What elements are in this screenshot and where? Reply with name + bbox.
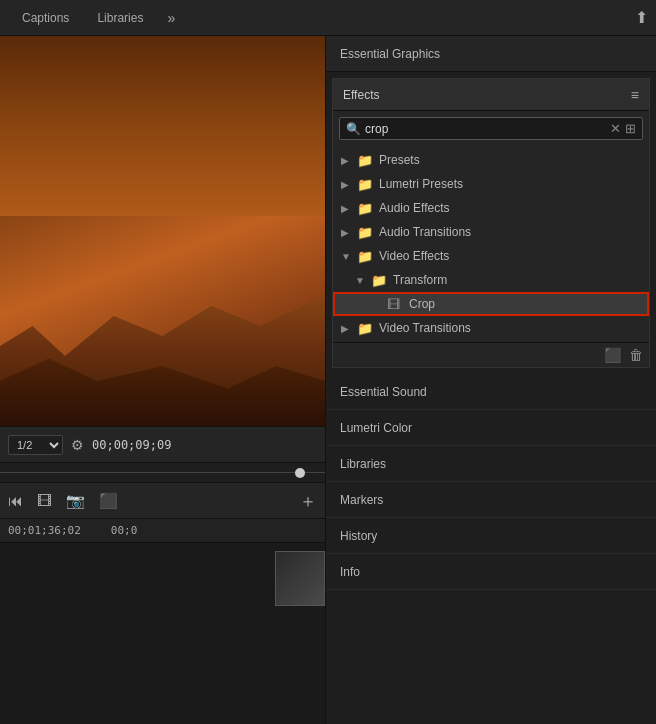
arrow-presets: ▶ bbox=[341, 155, 355, 166]
tree-item-presets[interactable]: ▶ 📁 Presets bbox=[333, 148, 649, 172]
main-area: 1/2 ⚙ 00;00;09;09 ⏮ 🎞 📷 ⬛ ＋ 00;01;36;02 … bbox=[0, 36, 656, 724]
timeline-timecode-start: 00;01;36;02 bbox=[8, 524, 81, 537]
top-tab-bar: Captions Libraries » ⬆ bbox=[0, 0, 656, 36]
arrow-audio-effects: ▶ bbox=[341, 203, 355, 214]
label-audio-transitions: Audio Transitions bbox=[379, 225, 641, 239]
panel-item-info[interactable]: Info bbox=[326, 554, 656, 590]
search-icon: 🔍 bbox=[346, 122, 361, 136]
scrubber-bar[interactable] bbox=[0, 462, 325, 482]
effects-panel: Effects ≡ 🔍 ✕ ⊞ ▶ 📁 Presets bbox=[332, 78, 650, 368]
effect-icon-crop: 🎞 bbox=[387, 297, 405, 312]
folder-icon-audio-transitions: 📁 bbox=[357, 225, 375, 240]
captions-tab[interactable]: Captions bbox=[8, 0, 83, 35]
libraries-tab[interactable]: Libraries bbox=[83, 0, 157, 35]
back-to-start-icon[interactable]: ⏮ bbox=[8, 492, 23, 509]
tree-item-video-effects[interactable]: ▼ 📁 Video Effects bbox=[333, 244, 649, 268]
folder-icon-video-transitions: 📁 bbox=[357, 321, 375, 336]
panel-item-markers[interactable]: Markers bbox=[326, 482, 656, 518]
search-clear-icon[interactable]: ✕ bbox=[610, 121, 621, 136]
in-out-icon[interactable]: ⬛ bbox=[99, 492, 118, 510]
effects-menu-icon[interactable]: ≡ bbox=[631, 87, 639, 103]
label-transform: Transform bbox=[393, 273, 641, 287]
timeline-clip bbox=[275, 551, 325, 606]
tree-item-audio-effects[interactable]: ▶ 📁 Audio Effects bbox=[333, 196, 649, 220]
essential-graphics-label: Essential Graphics bbox=[340, 47, 440, 61]
timeline-content bbox=[0, 543, 325, 724]
sky-gradient bbox=[0, 36, 325, 216]
new-bin-icon[interactable]: ⬛ bbox=[604, 347, 621, 363]
timeline-header: 00;01;36;02 00;0 bbox=[0, 519, 325, 543]
timeline-clip-inner bbox=[276, 552, 324, 605]
panel-item-lumetri-color[interactable]: Lumetri Color bbox=[326, 410, 656, 446]
timecode-select[interactable]: 1/2 bbox=[8, 435, 63, 455]
label-video-effects: Video Effects bbox=[379, 249, 641, 263]
tree-item-lumetri-presets[interactable]: ▶ 📁 Lumetri Presets bbox=[333, 172, 649, 196]
folder-icon-lumetri: 📁 bbox=[357, 177, 375, 192]
label-crop: Crop bbox=[409, 297, 639, 311]
scrubber-line bbox=[0, 472, 325, 473]
label-audio-effects: Audio Effects bbox=[379, 201, 641, 215]
folder-icon-presets: 📁 bbox=[357, 153, 375, 168]
controls-bar: 1/2 ⚙ 00;00;09;09 bbox=[0, 426, 325, 462]
search-bar: 🔍 ✕ ⊞ bbox=[339, 117, 643, 140]
timeline-tools: ⏮ 🎞 📷 ⬛ ＋ bbox=[0, 482, 325, 518]
scrubber-handle[interactable] bbox=[295, 468, 305, 478]
left-panel: 1/2 ⚙ 00;00;09;09 ⏮ 🎞 📷 ⬛ ＋ 00;01;36;02 … bbox=[0, 36, 325, 724]
arrow-lumetri: ▶ bbox=[341, 179, 355, 190]
tree-item-transform[interactable]: ▼ 📁 Transform bbox=[333, 268, 649, 292]
folder-icon-audio-effects: 📁 bbox=[357, 201, 375, 216]
effects-footer: ⬛ 🗑 bbox=[333, 342, 649, 367]
tree-item-audio-transitions[interactable]: ▶ 📁 Audio Transitions bbox=[333, 220, 649, 244]
panel-list: Essential Sound Lumetri Color Libraries … bbox=[326, 374, 656, 724]
right-panel: Essential Graphics Effects ≡ 🔍 ✕ ⊞ ▶ 📁 bbox=[325, 36, 656, 724]
panel-item-essential-sound[interactable]: Essential Sound bbox=[326, 374, 656, 410]
arrow-video-effects: ▼ bbox=[341, 251, 355, 262]
arrow-audio-transitions: ▶ bbox=[341, 227, 355, 238]
export-button[interactable]: ⬆ bbox=[635, 8, 648, 27]
wrench-icon[interactable]: ⚙ bbox=[71, 437, 84, 453]
timecode-display: 00;00;09;09 bbox=[92, 438, 171, 452]
effects-header: Effects ≡ bbox=[333, 79, 649, 111]
effects-search-input[interactable] bbox=[365, 122, 610, 136]
search-grid-icon[interactable]: ⊞ bbox=[625, 121, 636, 136]
add-icon[interactable]: ＋ bbox=[299, 489, 317, 513]
arrow-video-transitions: ▶ bbox=[341, 323, 355, 334]
arrow-transform: ▼ bbox=[355, 275, 369, 286]
folder-icon-transform: 📁 bbox=[371, 273, 389, 288]
folder-icon-video-effects: 📁 bbox=[357, 249, 375, 264]
panel-item-libraries[interactable]: Libraries bbox=[326, 446, 656, 482]
delete-icon[interactable]: 🗑 bbox=[629, 347, 643, 363]
film-clip-icon[interactable]: 🎞 bbox=[37, 492, 52, 509]
label-lumetri: Lumetri Presets bbox=[379, 177, 641, 191]
panel-item-history[interactable]: History bbox=[326, 518, 656, 554]
camera-icon[interactable]: 📷 bbox=[66, 492, 85, 510]
video-preview bbox=[0, 36, 325, 426]
timeline-area: 00;01;36;02 00;0 bbox=[0, 518, 325, 724]
scrubber-track bbox=[0, 463, 325, 482]
effects-title: Effects bbox=[343, 88, 631, 102]
tree-item-video-transitions[interactable]: ▶ 📁 Video Transitions bbox=[333, 316, 649, 340]
timeline-timecode-end: 00;0 bbox=[111, 524, 138, 537]
label-presets: Presets bbox=[379, 153, 641, 167]
more-tabs-button[interactable]: » bbox=[161, 10, 181, 26]
effects-tree: ▶ 📁 Presets ▶ 📁 Lumetri Presets ▶ 📁 Audi… bbox=[333, 146, 649, 342]
label-video-transitions: Video Transitions bbox=[379, 321, 641, 335]
essential-graphics-header: Essential Graphics bbox=[326, 36, 656, 72]
tree-item-crop[interactable]: 🎞 Crop bbox=[333, 292, 649, 316]
